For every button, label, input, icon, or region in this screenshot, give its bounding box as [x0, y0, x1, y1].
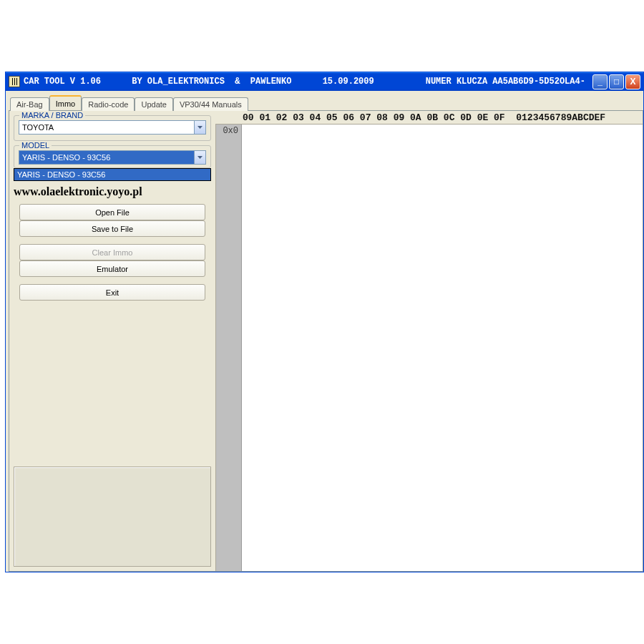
save-file-button[interactable]: Save to File	[19, 220, 205, 237]
tab-label: Air-Bag	[16, 100, 43, 109]
tab-label: Update	[141, 100, 166, 109]
site-link: www.olaelektronic.yoyo.pl	[14, 185, 211, 198]
tab-body: MARKA / BRAND MODEL	[9, 110, 643, 572]
model-dropdown-list[interactable]: YARIS - DENSO - 93C56	[14, 168, 211, 181]
tab-label: VP30/44 Manuals	[180, 100, 242, 109]
status-box	[14, 467, 211, 567]
minimize-button[interactable]: _	[592, 74, 608, 89]
tabstrip: Air-Bag Immo Radio-code Update VP30/44 M…	[9, 95, 643, 110]
open-file-button[interactable]: Open File	[19, 204, 205, 220]
minimize-icon: _	[597, 77, 602, 87]
tab-radiocode[interactable]: Radio-code	[82, 97, 135, 111]
button-label: Save to File	[92, 225, 133, 233]
button-label: Open File	[95, 208, 130, 217]
svg-marker-0	[197, 126, 203, 129]
hex-data-area[interactable]	[242, 125, 643, 571]
button-label: Exit	[106, 288, 119, 297]
model-legend: MODEL	[19, 141, 52, 150]
hex-offset-0: 0x0	[216, 125, 241, 136]
hex-body[interactable]: 0x0	[215, 125, 643, 571]
left-panel: MARKA / BRAND MODEL	[9, 111, 215, 571]
clear-immo-button: Clear Immo	[19, 244, 205, 260]
close-button[interactable]: X	[625, 74, 640, 89]
button-label: Emulator	[97, 265, 128, 273]
model-dropdown-button[interactable]	[194, 150, 206, 165]
tab-update[interactable]: Update	[135, 97, 172, 111]
model-fieldset: MODEL	[14, 145, 211, 168]
svg-marker-1	[197, 156, 203, 159]
tab-airbag[interactable]: Air-Bag	[10, 97, 49, 111]
tab-label: Radio-code	[88, 100, 128, 109]
brand-legend: MARKA / BRAND	[19, 111, 85, 119]
button-label: Clear Immo	[92, 248, 133, 257]
app-icon	[9, 76, 20, 87]
tab-manuals[interactable]: VP30/44 Manuals	[173, 97, 248, 111]
window-title: CAR TOOL V 1.06 BY OLA_ELEKTRONICS & PAW…	[24, 77, 592, 87]
maximize-button[interactable]: □	[609, 74, 624, 89]
hex-panel: 00 01 02 03 04 05 06 07 08 09 0A 0B 0C 0…	[215, 111, 643, 571]
button-column: Open File Save to File Clear Immo Emulat…	[14, 204, 211, 301]
model-combo[interactable]	[19, 150, 206, 165]
brand-combo[interactable]	[19, 120, 206, 135]
brand-input[interactable]	[19, 120, 194, 135]
window-controls: _ □ X	[592, 74, 643, 89]
close-icon: X	[630, 77, 635, 87]
hex-header-columns: 00 01 02 03 04 05 06 07 08 09 0A 0B 0C 0…	[241, 112, 605, 123]
app-window: CAR TOOL V 1.06 BY OLA_ELEKTRONICS & PAW…	[5, 72, 644, 572]
emulator-button[interactable]: Emulator	[19, 260, 205, 277]
maximize-icon: □	[614, 77, 619, 87]
tab-label: Immo	[56, 99, 76, 108]
titlebar[interactable]: CAR TOOL V 1.06 BY OLA_ELEKTRONICS & PAW…	[6, 72, 643, 91]
hex-offset-gutter: 0x0	[216, 125, 242, 571]
chevron-down-icon	[197, 156, 203, 159]
model-dropdown-item[interactable]: YARIS - DENSO - 93C56	[14, 169, 210, 180]
chevron-down-icon	[197, 126, 203, 129]
brand-dropdown-button[interactable]	[194, 120, 206, 135]
model-input[interactable]	[19, 150, 194, 165]
brand-fieldset: MARKA / BRAND	[14, 115, 211, 141]
hex-header: 00 01 02 03 04 05 06 07 08 09 0A 0B 0C 0…	[215, 111, 643, 125]
client-area: Air-Bag Immo Radio-code Update VP30/44 M…	[6, 91, 643, 572]
tab-immo[interactable]: Immo	[49, 95, 82, 110]
exit-button[interactable]: Exit	[19, 284, 205, 301]
